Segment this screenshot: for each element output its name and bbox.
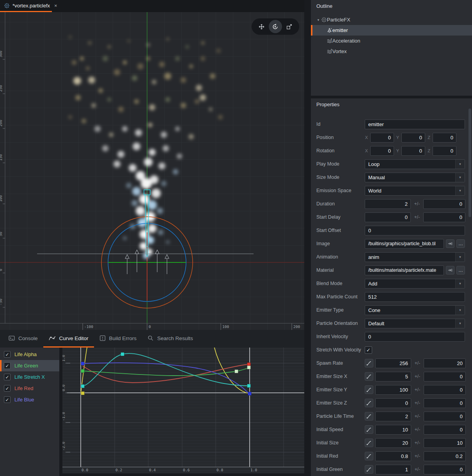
curve-button[interactable]	[365, 385, 373, 394]
vector-field-x[interactable]: 0	[370, 133, 394, 143]
tab-build-errors[interactable]: Build Errors	[94, 330, 142, 348]
spread-field[interactable]: 0	[424, 465, 466, 474]
spread-field[interactable]: 0	[423, 212, 465, 222]
curve-control-point[interactable]	[247, 363, 251, 366]
scene-viewport[interactable]: 300250200150100500-50-1000100200	[0, 12, 304, 330]
value-field[interactable]: 10	[375, 425, 411, 435]
outline-item-particlefx[interactable]: ▾ParticleFX	[311, 14, 472, 25]
curve-button[interactable]	[365, 452, 373, 460]
curve-visibility-checkbox[interactable]: ✓	[4, 362, 11, 369]
spread-field[interactable]: 0.2	[424, 451, 466, 461]
curve-control-point[interactable]	[247, 384, 251, 388]
particlefx-icon	[321, 17, 327, 23]
curve-button[interactable]	[365, 425, 373, 434]
spread-field[interactable]: 0	[423, 199, 465, 209]
vector-field-z[interactable]: 0	[433, 133, 456, 143]
dropdown[interactable]: World▾	[365, 186, 465, 196]
text-field[interactable]: 0	[365, 226, 465, 235]
dropdown[interactable]: Add▾	[365, 279, 465, 289]
dropdown[interactable]: Default▾	[365, 319, 465, 328]
curve-control-point[interactable]	[248, 392, 252, 396]
rotate-tool-button[interactable]	[269, 20, 282, 33]
text-field[interactable]: emitter	[365, 119, 465, 129]
scene-canvas: 300250200150100500-50-1000100200	[0, 12, 304, 330]
outline-item-vortex[interactable]: Vortex	[311, 46, 472, 57]
close-icon[interactable]: ×	[54, 3, 57, 9]
outline-item-acceleration[interactable]: Acceleration	[311, 36, 472, 46]
tab-curve-editor[interactable]: Curve Editor	[43, 330, 94, 348]
curve-control-point[interactable]	[121, 353, 124, 356]
value-field[interactable]: 0	[375, 398, 411, 408]
open-resource-button[interactable]	[446, 239, 454, 248]
ruler-label: 300	[0, 51, 3, 57]
curve-visibility-checkbox[interactable]: ✓	[4, 351, 11, 358]
curve-item-life-green[interactable]: ✓Life Green	[0, 360, 59, 371]
vector-field-y[interactable]: 0	[401, 133, 425, 143]
spread-field[interactable]: 0	[424, 412, 466, 421]
spread-field[interactable]: 10	[424, 438, 466, 448]
value-field[interactable]: 1	[375, 465, 411, 474]
tab-search-results[interactable]: Search Results	[142, 330, 199, 348]
value-field[interactable]: 20	[375, 438, 411, 448]
curve-item-life-red[interactable]: ✓Life Red	[0, 383, 59, 394]
curve-editor-plot[interactable]: 1.00.0-1.0-2.00.00.20.40.60.81.0	[62, 348, 304, 473]
curve-button[interactable]	[365, 399, 373, 407]
curve-visibility-checkbox[interactable]: ✓	[4, 374, 11, 380]
plus-minus-label: +/-	[413, 214, 421, 220]
spread-field[interactable]: 0	[424, 398, 466, 408]
property-control: 2+/-0	[365, 412, 465, 421]
browse-resource-button[interactable]: …	[456, 266, 465, 275]
dropdown[interactable]: Cone▾	[365, 305, 465, 315]
curve-control-point[interactable]	[81, 392, 85, 395]
spread-field[interactable]: 0	[424, 425, 466, 435]
move-tool-button[interactable]	[255, 20, 268, 33]
value-field[interactable]: 0.8	[375, 451, 411, 461]
value-field[interactable]: 2	[375, 412, 411, 421]
tab-console[interactable]: Console	[3, 330, 43, 348]
spread-field[interactable]: 0	[424, 385, 466, 395]
checkbox[interactable]: ✓	[365, 346, 372, 354]
scale-tool-button[interactable]	[282, 20, 296, 33]
curve-control-point[interactable]	[235, 370, 238, 373]
curve-visibility-checkbox[interactable]: ✓	[4, 385, 11, 392]
curve-item-life-blue[interactable]: ✓Life Blue	[0, 394, 59, 405]
resource-path-field[interactable]: /builtins/graphics/particle_blob.til	[365, 239, 444, 249]
dropdown[interactable]: Loop▾	[365, 159, 465, 169]
value-field[interactable]: 2	[365, 199, 411, 209]
properties-scrollbar[interactable]	[468, 109, 471, 217]
dropdown[interactable]: anim▾	[365, 252, 465, 262]
curve-control-point[interactable]	[81, 362, 85, 365]
value-field[interactable]: 5	[375, 372, 411, 382]
expander-icon[interactable]: ▾	[316, 18, 321, 22]
open-resource-button[interactable]	[446, 266, 454, 275]
particle	[107, 98, 111, 102]
curve-button[interactable]	[365, 372, 373, 381]
value-field[interactable]: 0	[365, 212, 411, 222]
value-field[interactable]: 256	[375, 358, 411, 368]
vector-field-z[interactable]: 0	[433, 146, 456, 156]
curve-button[interactable]	[365, 359, 373, 367]
curve-item-life-alpha[interactable]: ✓Life Alpha	[0, 349, 59, 360]
outline-item-emitter[interactable]: emitter	[311, 25, 472, 36]
spread-field[interactable]: 0	[424, 372, 466, 382]
document-tab[interactable]: *vortex.particlefx ×	[0, 0, 61, 11]
dropdown[interactable]: Manual▾	[365, 173, 465, 182]
curve-button[interactable]	[365, 465, 373, 474]
text-field[interactable]: 512	[365, 292, 465, 302]
curve-control-point[interactable]	[247, 366, 251, 369]
vector-field-y[interactable]: 0	[401, 146, 425, 156]
tab-label: Build Errors	[109, 335, 137, 341]
spread-field[interactable]: 20	[424, 358, 466, 368]
text-field[interactable]: 0	[365, 332, 465, 342]
curve-button[interactable]	[365, 412, 373, 421]
curve-control-point[interactable]	[81, 369, 85, 373]
value-field[interactable]: 100	[375, 385, 411, 395]
curve-item-life-stretch-x[interactable]: ✓Life Stretch X	[0, 371, 59, 383]
resource-path-field[interactable]: /builtins/materials/particlefx.mate	[365, 266, 444, 275]
curve-list: ✓Life Alpha✓Life Green✓Life Stretch X✓Li…	[0, 348, 59, 476]
vector-field-x[interactable]: 0	[370, 146, 394, 156]
curve-button[interactable]	[365, 439, 373, 447]
curve-control-point[interactable]	[81, 385, 85, 388]
curve-visibility-checkbox[interactable]: ✓	[4, 396, 11, 403]
browse-resource-button[interactable]: …	[456, 239, 465, 248]
